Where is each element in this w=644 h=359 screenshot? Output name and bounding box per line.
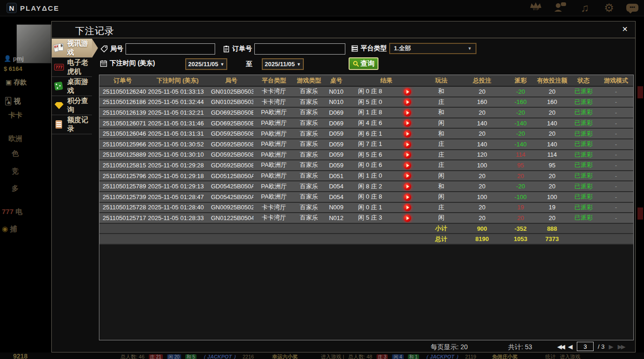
cell-result: 闲 8 庄 2 — [349, 181, 391, 192]
bet-records-modal: 下注记录 × K♥9 视讯游戏 777 电子老虎机 桌面游戏 积分查询 额度记录 — [51, 21, 636, 352]
cell-platform: PA欧洲厅 — [253, 107, 294, 118]
replay-play-icon[interactable] — [404, 204, 411, 211]
cell-game-mode: - — [599, 202, 633, 213]
cell-replay — [391, 107, 424, 118]
cell-valid-bet: 20 — [536, 86, 568, 97]
cell-replay — [391, 192, 424, 202]
sidebar-item-points[interactable]: 积分查询 — [52, 96, 92, 115]
cell-status: 已派彩 — [568, 128, 599, 139]
sidebar-item-credit-records[interactable]: 额度记录 — [52, 115, 92, 134]
cell-result: 闲 7 庄 1 — [349, 139, 391, 150]
cell-order-number: 251105012573939 — [99, 192, 146, 202]
table-row: 2511050126186282025-11-05 01:32:44GN0102… — [99, 97, 633, 108]
vip-icon[interactable]: VIP — [529, 1, 543, 14]
round-input[interactable] — [126, 43, 215, 55]
header-valid-bet: 有效投注额 — [536, 75, 568, 86]
chevron-down-icon: ▼ — [220, 62, 224, 67]
header-payout: 派彩 — [505, 75, 536, 86]
cell-game-type: 百家乐 — [294, 213, 323, 223]
cell-platform: PA欧洲厅 — [253, 150, 294, 160]
cell-bet-time: 2025-11-05 01:28:47 — [146, 192, 209, 202]
app-logo[interactable]: N PLAYΔCE — [7, 3, 59, 13]
cell-bet-time: 2025-11-05 01:29:13 — [146, 181, 209, 192]
replay-play-icon[interactable] — [404, 162, 411, 169]
per-page-label: 每页显示: 20 — [431, 343, 468, 352]
table-row: 2511050126139092025-11-05 01:32:21GD0692… — [99, 107, 633, 118]
table-row: 2511050125796932025-11-05 01:29:18GD0512… — [99, 171, 633, 181]
cell-order-number: 251105012572810 — [99, 202, 146, 213]
first-page-button[interactable]: ◀◀ — [557, 343, 564, 350]
sidebar-item-table-games[interactable]: 桌面游戏 — [52, 77, 92, 96]
document-icon — [54, 119, 65, 130]
date-from-value: 2025/11/05 — [188, 61, 218, 68]
cell-valid-bet: 95 — [536, 160, 568, 171]
order-input[interactable] — [254, 43, 345, 55]
customer-service-icon[interactable] — [553, 1, 567, 14]
platform-select[interactable]: 1.全部 ▼ — [389, 43, 476, 54]
cell-bet-type: 庄 — [424, 139, 459, 150]
bg-nav-jing: 竞 — [12, 167, 19, 176]
next-page-button[interactable]: ▶ — [609, 343, 613, 350]
replay-play-icon[interactable] — [404, 214, 411, 222]
cell-table-number: D059 — [323, 150, 349, 160]
replay-play-icon[interactable] — [404, 88, 411, 96]
music-icon[interactable]: ♫ — [578, 1, 592, 14]
close-icon[interactable]: × — [622, 24, 628, 34]
table-row: 2511050125789162025-11-05 01:29:13GD0542… — [99, 181, 633, 192]
gear-icon[interactable]: ⚙ — [602, 1, 616, 14]
cell-valid-bet: 140 — [536, 139, 568, 150]
tag-icon — [100, 45, 108, 53]
cell-status: 已派彩 — [568, 86, 599, 97]
last-page-button[interactable]: ▶▶ — [617, 343, 624, 350]
modal-title: 下注记录 — [75, 25, 114, 37]
cell-table-number: D069 — [323, 107, 349, 118]
cell-game-type: 百家乐 — [294, 171, 323, 181]
cell-status: 已派彩 — [568, 181, 599, 192]
page-input[interactable] — [577, 342, 594, 351]
cell-total-bet: 100 — [459, 160, 505, 171]
chat-icon[interactable]: ••• — [626, 1, 640, 14]
table-row: 2511050125728102025-11-05 01:28:40GN0092… — [99, 202, 633, 213]
search-button[interactable]: 查询 — [349, 57, 378, 70]
cell-bet-time: 2025-11-05 01:31:46 — [146, 118, 209, 129]
cell-result: 闲 1 庄 0 — [349, 171, 391, 181]
header-status: 状态 — [568, 75, 599, 86]
top-bar: N PLAYΔCE VIP ♫ ⚙ ••• — [0, 0, 644, 16]
cell-payout: -140 — [505, 118, 536, 129]
sidebar-item-live-games[interactable]: K♥9 视讯游戏 — [52, 39, 92, 58]
replay-play-icon[interactable] — [404, 98, 411, 106]
cell-table-number: D059 — [323, 160, 349, 171]
date-from-picker[interactable]: 2025/11/05 ▼ — [185, 58, 227, 70]
sidebar-item-slots[interactable]: 777 电子老虎机 — [52, 58, 92, 77]
cell-status: 已派彩 — [568, 160, 599, 171]
bg-nav-video: 🂡 视 — [5, 97, 21, 106]
header-time: 下注时间 (美东) — [146, 75, 209, 86]
replay-play-icon[interactable] — [404, 109, 411, 117]
cell-status: 已派彩 — [568, 213, 599, 223]
cell-round-number: GD05925B05089 — [209, 160, 253, 171]
table-row: 2511050125966502025-11-05 01:30:52GD0592… — [99, 139, 633, 150]
prev-page-button[interactable]: ◀ — [568, 343, 573, 350]
replay-play-icon[interactable] — [404, 172, 411, 180]
page-total-label: / 3 — [598, 343, 604, 350]
date-to-picker[interactable]: 2025/11/05 ▼ — [262, 58, 304, 70]
bet-records-table-container: 订单号 下注时间 (美东) 局号 平台类型 游戏类型 桌号 结果 玩法 总投注 … — [99, 75, 634, 340]
cell-valid-bet: 114 — [536, 150, 568, 160]
bg-nav-kaka: 卡卡 — [8, 111, 22, 120]
replay-play-icon[interactable] — [404, 151, 411, 159]
replay-play-icon[interactable] — [404, 183, 411, 190]
cell-bet-type: 闲 — [424, 213, 459, 223]
cell-valid-bet: 19 — [536, 202, 568, 213]
playing-cards-icon: K♥9 — [54, 42, 65, 54]
cell-status: 已派彩 — [568, 118, 599, 129]
replay-play-icon[interactable] — [404, 141, 411, 148]
cell-game-type: 百家乐 — [294, 128, 323, 139]
cell-valid-bet: 20 — [536, 213, 568, 223]
replay-play-icon[interactable] — [404, 119, 411, 127]
platform-filter: 平台类型 1.全部 ▼ — [351, 43, 476, 54]
cell-bet-type: 庄 — [424, 97, 459, 108]
replay-play-icon[interactable] — [404, 130, 411, 138]
cell-game-mode: - — [599, 139, 633, 150]
replay-play-icon[interactable] — [404, 193, 411, 201]
bg-nav-duo: 多 — [12, 184, 19, 193]
